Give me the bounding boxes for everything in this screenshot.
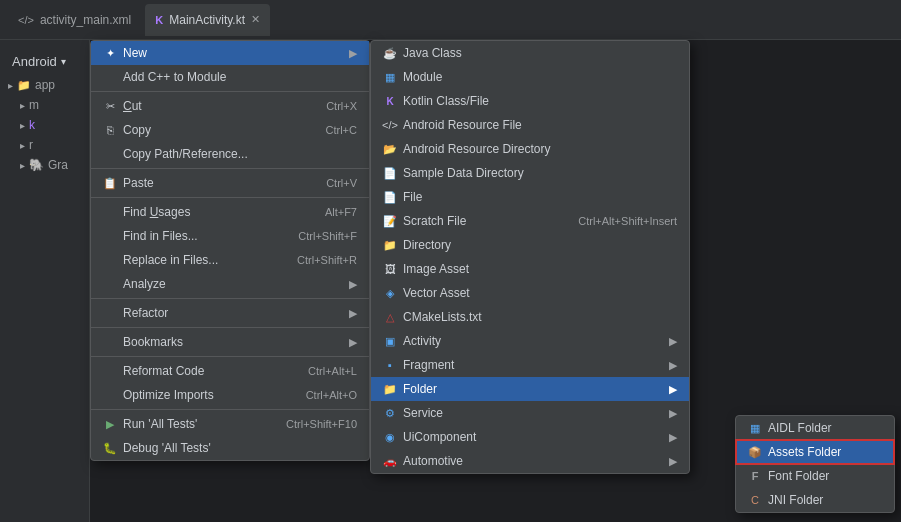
paste-icon	[103, 176, 117, 190]
menu-item-directory[interactable]: Directory	[371, 233, 689, 257]
menu-label: Reformat Code	[123, 364, 204, 378]
menu-label: Sample Data Directory	[403, 166, 524, 180]
menu-item-analyze[interactable]: Analyze ▶	[91, 272, 369, 296]
sidebar-item-gradle[interactable]: ▸ 🐘 Gra	[4, 155, 85, 175]
menu-label: Run 'All Tests'	[123, 417, 197, 431]
new-icon: ✦	[103, 46, 117, 60]
menu-label: Refactor	[123, 306, 168, 320]
menu-item-java-class[interactable]: Java Class	[371, 41, 689, 65]
dir-icon	[383, 238, 397, 252]
top-bar: </> activity_main.xml K MainActivity.kt …	[0, 0, 901, 40]
menu-item-copy-path[interactable]: Copy Path/Reference...	[91, 142, 369, 166]
sidebar-item-label: app	[35, 78, 55, 92]
tab-activity-main[interactable]: </> activity_main.xml	[8, 4, 141, 36]
menu-label: Automotive	[403, 454, 463, 468]
android-panel-header[interactable]: Android ▾	[4, 48, 85, 75]
shortcut: Ctrl+X	[326, 100, 357, 112]
file-icon: m	[29, 98, 39, 112]
shortcut: Ctrl+Alt+O	[306, 389, 357, 401]
menu-item-refactor[interactable]: Refactor ▶	[91, 301, 369, 325]
file-icon	[383, 190, 397, 204]
menu-item-assets-folder[interactable]: Assets Folder	[736, 440, 894, 464]
sidebar-item-k[interactable]: ▸ k	[4, 115, 85, 135]
menu-item-sample-data-dir[interactable]: Sample Data Directory	[371, 161, 689, 185]
menu-label: Cut	[123, 99, 142, 113]
menu-item-android-res-dir[interactable]: Android Resource Directory	[371, 137, 689, 161]
uicomp-icon	[383, 430, 397, 444]
activity-icon	[383, 334, 397, 348]
tab-label: MainActivity.kt	[169, 13, 245, 27]
sidebar-item-m[interactable]: ▸ m	[4, 95, 85, 115]
cmake-icon	[383, 310, 397, 324]
placeholder-icon	[103, 364, 117, 378]
separator	[91, 409, 369, 410]
menu-item-image-asset[interactable]: Image Asset	[371, 257, 689, 281]
menu-item-folder[interactable]: Folder ▶	[371, 377, 689, 401]
menu-item-cut[interactable]: Cut Ctrl+X	[91, 94, 369, 118]
placeholder-icon	[103, 205, 117, 219]
menu-label: New	[123, 46, 147, 60]
java-icon	[383, 46, 397, 60]
shortcut: Ctrl+Alt+Shift+Insert	[578, 215, 677, 227]
menu-item-new[interactable]: ✦ New ▶	[91, 41, 369, 65]
menu-item-service[interactable]: Service ▶	[371, 401, 689, 425]
chevron-right-icon: ▸	[8, 80, 13, 91]
menu-item-font-folder[interactable]: Font Folder	[736, 464, 894, 488]
menu-item-android-res-file[interactable]: </> Android Resource File	[371, 113, 689, 137]
font-icon	[748, 469, 762, 483]
tab-mainactivity[interactable]: K MainActivity.kt ✕	[145, 4, 270, 36]
menu-item-scratch-file[interactable]: Scratch File Ctrl+Alt+Shift+Insert	[371, 209, 689, 233]
menu-item-aidl-folder[interactable]: AIDL Folder	[736, 416, 894, 440]
menu-label: Kotlin Class/File	[403, 94, 489, 108]
menu-item-automotive[interactable]: Automotive ▶	[371, 449, 689, 473]
xml-icon: </>	[18, 14, 34, 26]
close-tab-icon[interactable]: ✕	[251, 13, 260, 26]
menu-item-paste[interactable]: Paste Ctrl+V	[91, 171, 369, 195]
kotlin-icon	[383, 94, 397, 108]
separator	[91, 197, 369, 198]
menu-item-fragment[interactable]: Fragment ▶	[371, 353, 689, 377]
menu-item-cmake[interactable]: CMakeLists.txt	[371, 305, 689, 329]
chevron-right-icon: ▸	[20, 100, 25, 111]
sidebar-item-r[interactable]: ▸ r	[4, 135, 85, 155]
module-icon	[383, 70, 397, 84]
tab-label: activity_main.xml	[40, 13, 131, 27]
menu-item-find-usages[interactable]: Find Usages Alt+F7	[91, 200, 369, 224]
separator	[91, 91, 369, 92]
separator	[91, 356, 369, 357]
menu-item-file[interactable]: File	[371, 185, 689, 209]
android-res-icon: </>	[383, 118, 397, 132]
menu-item-find-in-files[interactable]: Find in Files... Ctrl+Shift+F	[91, 224, 369, 248]
menu-item-vector-asset[interactable]: Vector Asset	[371, 281, 689, 305]
menu-item-jni-folder[interactable]: JNI Folder	[736, 488, 894, 512]
menu-label: Activity	[403, 334, 441, 348]
menu-item-copy[interactable]: Copy Ctrl+C	[91, 118, 369, 142]
menu-item-kotlin-class[interactable]: Kotlin Class/File	[371, 89, 689, 113]
menu-item-run[interactable]: Run 'All Tests' Ctrl+Shift+F10	[91, 412, 369, 436]
scratch-icon	[383, 214, 397, 228]
context-menu: ✦ New ▶ Add C++ to Module Cut Ctrl+X Cop…	[90, 40, 370, 461]
menu-label: JNI Folder	[768, 493, 823, 507]
shortcut: Ctrl+Shift+F10	[286, 418, 357, 430]
menu-item-reformat-code[interactable]: Reformat Code Ctrl+Alt+L	[91, 359, 369, 383]
menu-item-add-cpp[interactable]: Add C++ to Module	[91, 65, 369, 89]
shortcut: Ctrl+Shift+F	[298, 230, 357, 242]
menu-item-replace-in-files[interactable]: Replace in Files... Ctrl+Shift+R	[91, 248, 369, 272]
menu-label: Debug 'All Tests'	[123, 441, 211, 455]
arrow-icon: ▶	[669, 431, 677, 444]
android-label-text: Android	[12, 54, 57, 69]
menu-item-uicomponent[interactable]: UiComponent ▶	[371, 425, 689, 449]
menu-item-debug[interactable]: Debug 'All Tests'	[91, 436, 369, 460]
menu-item-activity[interactable]: Activity ▶	[371, 329, 689, 353]
menu-item-module[interactable]: Module	[371, 65, 689, 89]
menu-item-bookmarks[interactable]: Bookmarks ▶	[91, 330, 369, 354]
shortcut: Ctrl+Alt+L	[308, 365, 357, 377]
menu-item-optimize-imports[interactable]: Optimize Imports Ctrl+Alt+O	[91, 383, 369, 407]
menu-label: Image Asset	[403, 262, 469, 276]
arrow-icon: ▶	[669, 359, 677, 372]
arrow-icon: ▶	[349, 307, 357, 320]
menu-label: Analyze	[123, 277, 166, 291]
file-icon: k	[29, 118, 35, 132]
debug-icon	[103, 441, 117, 455]
sidebar-item-app[interactable]: ▸ app	[4, 75, 85, 95]
